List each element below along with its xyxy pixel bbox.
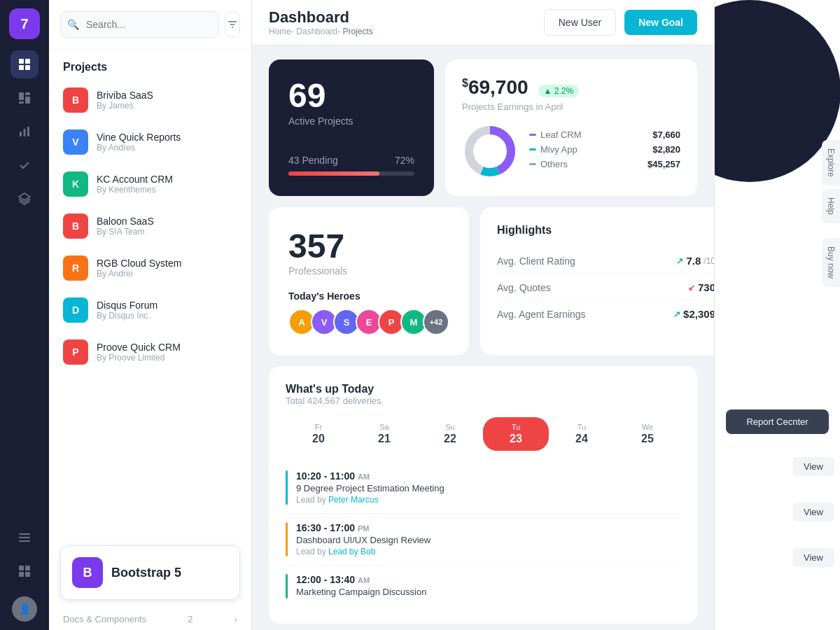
cal-events: 10:20 - 11:00 AM 9 Degree Project Estima…	[286, 462, 680, 607]
topbar-left: Dashboard Home- Dashboard- Projects	[269, 8, 373, 36]
content-area: 69 Active Projects 43 Pending 72% $69,70…	[252, 46, 714, 630]
project-logo: D	[63, 298, 88, 323]
svg-rect-13	[19, 540, 30, 542]
sidebar-icon-dashboard[interactable]	[10, 84, 38, 112]
sidebar-icon-grid[interactable]	[10, 50, 38, 78]
avatars-row: AVSEPM+42	[288, 309, 449, 335]
progress-fill	[288, 172, 379, 176]
project-item[interactable]: R RGB Cloud System By Andrei	[49, 247, 251, 289]
svg-rect-8	[20, 132, 22, 136]
svg-rect-9	[24, 129, 26, 136]
svg-rect-5	[25, 97, 30, 104]
project-by: By Proove Limited	[97, 353, 181, 363]
view-button-1[interactable]: View	[792, 457, 834, 476]
sidebar-user-avatar[interactable]: 👤	[12, 596, 37, 622]
legend-dot	[529, 134, 536, 136]
view-button-2[interactable]: View	[792, 503, 834, 522]
event-person-link[interactable]: Lead by Bob	[328, 547, 375, 556]
view-button-3[interactable]: View	[792, 548, 834, 567]
project-by: By James	[97, 101, 153, 111]
cal-day[interactable]: We 25	[615, 417, 680, 451]
project-by: By SIA Team	[97, 227, 154, 237]
project-info: Proove Quick CRM By Proove Limited	[97, 342, 181, 363]
project-item[interactable]: B Baloon SaaS By SIA Team	[49, 205, 251, 247]
svg-rect-12	[19, 537, 30, 538]
project-info: Disqus Forum By Disqus Inc.	[97, 300, 158, 321]
project-by: By Andres	[97, 143, 181, 153]
filter-button[interactable]	[225, 12, 240, 37]
donut-section: Leaf CRM $7,660 Mivy App $2,820 Others $…	[462, 123, 680, 179]
project-by: By Disqus Inc.	[97, 311, 158, 321]
sidebar-icon-grid2[interactable]	[10, 557, 38, 585]
project-info: Briviba SaaS By James	[97, 90, 153, 111]
docs-row[interactable]: Docs & Components 2 ›	[49, 608, 251, 630]
cal-day[interactable]: Tu 24	[549, 417, 615, 451]
card-earnings: $69,700 ▲ 2.2% Projects Earnings in Apri…	[445, 59, 697, 196]
new-user-button[interactable]: New User	[544, 9, 616, 36]
help-tab[interactable]: Help	[822, 189, 840, 223]
pending-row: 43 Pending 72%	[288, 155, 414, 166]
bootstrap-card[interactable]: B Bootstrap 5	[60, 545, 240, 600]
cal-day[interactable]: Sa 21	[351, 417, 417, 451]
svg-rect-10	[27, 127, 29, 136]
legend-value: $2,820	[652, 144, 680, 155]
project-logo: P	[63, 340, 88, 365]
breadcrumb-home: Home-	[269, 27, 294, 36]
event-person-link[interactable]: Peter Marcus	[328, 495, 378, 505]
legend-item: Others $45,257	[529, 159, 680, 169]
event-time: 12:00 - 13:40 AM	[296, 574, 426, 585]
project-name: KC Account CRM	[97, 174, 173, 185]
project-list: B Briviba SaaS By James V Vine Quick Rep…	[49, 79, 251, 537]
project-item[interactable]: K KC Account CRM By Keenthemes	[49, 163, 251, 205]
breadcrumb-dashboard: Dashboard-	[296, 27, 340, 36]
cal-day[interactable]: Tu 23	[483, 417, 549, 451]
cal-subtitle: Total 424,567 deliveries	[286, 396, 680, 406]
explore-tab[interactable]: Explore	[822, 140, 840, 186]
svg-rect-3	[25, 65, 30, 70]
sidebar-icon-settings[interactable]	[10, 524, 38, 552]
project-item[interactable]: B Briviba SaaS By James	[49, 79, 251, 121]
sidebar-icon-check[interactable]	[10, 151, 38, 179]
row-2: 357 Professionals Today's Heroes AVSEPM+…	[269, 207, 697, 355]
cal-days: Fr 20 Sa 21 Su 22 Tu 23 Tu 24 We 25	[286, 417, 680, 451]
event-lead: Lead by Lead by Bob	[296, 547, 430, 556]
earnings-amount: $69,700	[462, 76, 528, 99]
row-1: 69 Active Projects 43 Pending 72% $69,70…	[269, 59, 697, 196]
active-count: 69	[288, 79, 414, 113]
main-content: Dashboard Home- Dashboard- Projects New …	[252, 0, 714, 630]
day-name: Sa	[354, 423, 414, 431]
sidebar-icon-layers[interactable]	[10, 185, 38, 213]
cal-day[interactable]: Fr 20	[286, 417, 351, 451]
active-label: Active Projects	[288, 115, 414, 127]
project-item[interactable]: V Vine Quick Reports By Andres	[49, 121, 251, 163]
project-name: Vine Quick Reports	[97, 132, 181, 143]
project-item[interactable]: D Disqus Forum By Disqus Inc.	[49, 289, 251, 331]
cal-title: What's up Today	[286, 383, 680, 396]
cal-day[interactable]: Su 22	[417, 417, 483, 451]
sidebar-icon-chart[interactable]	[10, 118, 38, 146]
highlight-name: Avg. Quotes	[497, 282, 551, 293]
svg-rect-16	[19, 572, 24, 577]
new-goal-button[interactable]: New Goal	[624, 10, 697, 35]
legend-item: Leaf CRM $7,660	[529, 130, 680, 140]
project-item[interactable]: P Proove Quick CRM By Proove Limited	[49, 331, 251, 373]
event-time: 10:20 - 11:00 AM	[296, 470, 444, 482]
event-title: Marketing Campaign Discussion	[296, 587, 426, 597]
right-panel: Explore Help Buy now Report Cecnter View…	[714, 0, 840, 630]
legend-dot	[529, 148, 536, 150]
day-num: 24	[552, 433, 612, 445]
event-bar	[286, 574, 288, 598]
search-input[interactable]	[60, 11, 219, 38]
project-logo: B	[63, 88, 88, 113]
highlight-row: Avg. Quotes ↙ 730	[497, 274, 714, 301]
report-button[interactable]: Report Cecnter	[726, 410, 829, 434]
progress-bar	[288, 172, 414, 176]
buy-tab[interactable]: Buy now	[822, 238, 840, 287]
topbar-right: New User New Goal	[544, 9, 697, 36]
day-name: Tu	[486, 423, 546, 431]
svg-rect-17	[25, 572, 30, 577]
day-num: 20	[288, 433, 349, 445]
arrow-up-icon: ↗	[673, 309, 680, 319]
docs-label: Docs & Components	[63, 614, 146, 624]
event-item: 16:30 - 17:00 PM Dashboard UI/UX Design …	[286, 514, 680, 566]
